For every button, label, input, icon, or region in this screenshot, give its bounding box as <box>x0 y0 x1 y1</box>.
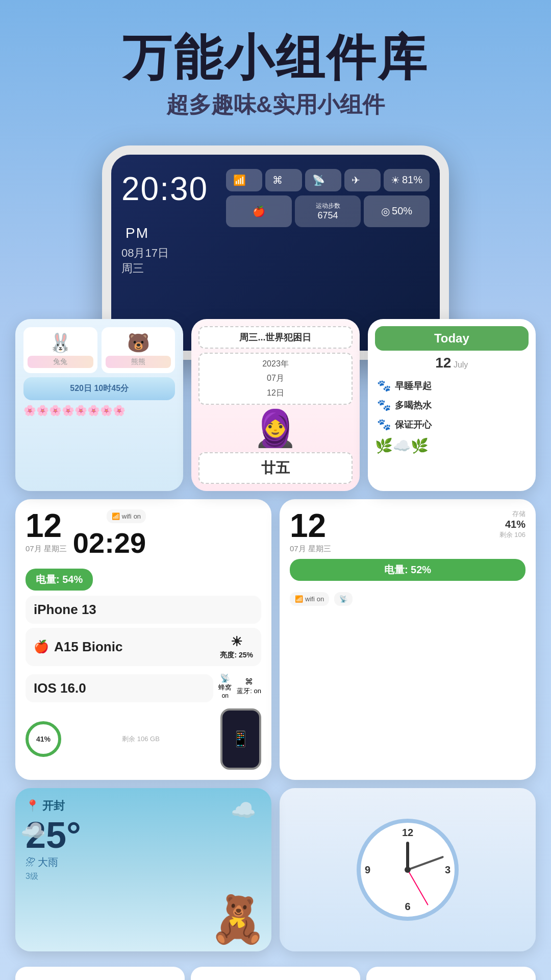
clock-num-6: 6 <box>405 901 410 913</box>
airdrop-control[interactable]: 📡 <box>305 169 341 191</box>
lunar-date: 廿五 <box>198 452 352 484</box>
phone-time: 20:30 PM <box>121 170 226 246</box>
animal-card-1: 🐰 兔兔 <box>23 327 97 373</box>
device-name-row: iPhone 13 <box>26 596 261 624</box>
sys-date-num: 12 <box>26 509 67 542</box>
second-hand <box>407 869 429 905</box>
animal-1-emoji: 🐰 <box>28 332 93 354</box>
right-date-num: 12 <box>290 509 331 542</box>
airplane-control[interactable]: ✈ <box>344 169 381 191</box>
phone-day: 周三 <box>121 261 226 276</box>
clock-num-3: 3 <box>445 864 450 875</box>
weather-location: 📍 开封 <box>26 798 261 814</box>
chip-row: 🍎 A15 Bionic ☀ 亮度: 25% <box>26 628 261 666</box>
weather-wind: 3级 <box>26 871 261 882</box>
wifi-badge: 📶 wifi on <box>107 509 146 523</box>
storage-remain: 剩余 106 GB <box>122 734 160 744</box>
date-section: 12 07月 星期三 <box>26 509 67 554</box>
task-1: 🐾 早睡早起 <box>375 376 529 396</box>
task-2-icon: 🐾 <box>377 399 391 412</box>
weather-desc: ⛈ 大雨 <box>26 855 261 869</box>
cloud-deco-2: ☁️ <box>20 819 46 843</box>
wifi-icon: 📶 <box>112 512 120 520</box>
storage-row: 41% 剩余 106 GB 📱 <box>26 708 261 770</box>
cloud-deco-1: ☁️ <box>231 798 256 822</box>
countdown-area: 520日 10时45分 <box>23 377 175 400</box>
widget-today: Today 12 July 🐾 早睡早起 🐾 多喝热水 🐾 保证开心 🌿☁️🌿 <box>368 319 536 491</box>
anime-girl-illustration: 🧕 <box>198 409 352 448</box>
right-date-sub: 07月 星期三 <box>290 544 331 554</box>
right-cellular-badge: 📡 <box>334 592 353 606</box>
right-date-section: 12 07月 星期三 <box>290 509 331 554</box>
flowers-decoration: 🌸🌸🌸🌸🌸🌸🌸🌸 <box>23 404 175 416</box>
clock-num-12: 12 <box>402 827 413 839</box>
ios-cellular-row: IOS 16.0 📡 蜂窝 on ⌘ 蓝牙: on <box>26 670 261 702</box>
widget-weather: 📍 开封 25° ⛈ 大雨 3级 ☁️ ☁️ 🧸 <box>15 788 271 951</box>
task-2: 🐾 多喝热水 <box>375 396 529 415</box>
phone-widget-icon: 📱 <box>220 708 261 770</box>
wifi-widget: 📶 <box>191 967 360 980</box>
animal-card-2: 🐻 熊熊 <box>102 327 176 373</box>
brightness-control[interactable]: ☀ 81% <box>384 169 430 191</box>
device-name: iPhone 13 <box>34 602 96 618</box>
bluetooth-control[interactable]: ⌘ <box>265 169 302 191</box>
widget-clock: 12 3 6 9 <box>280 788 536 951</box>
apple-music-control[interactable]: 🍎 <box>226 195 292 227</box>
task-1-icon: 🐾 <box>377 379 391 393</box>
brightness-section: ☀ 亮度: 25% <box>220 634 253 660</box>
today-date: 12 July <box>375 355 529 371</box>
clock-center-dot <box>405 867 411 873</box>
widget-sysinfo-right: 12 07月 星期三 存储 41% 剩余 106 电量: 52% 📶 wifi … <box>280 499 536 780</box>
task-3: 🐾 保证开心 <box>375 415 529 434</box>
volume-control[interactable]: ◎ 50% <box>364 195 430 227</box>
cellular-icon: 📡 <box>220 673 230 683</box>
today-header: Today <box>375 326 529 351</box>
sysinfo-top-row: 12 07月 星期三 📶 wifi on 02:29 <box>26 509 261 564</box>
main-title: 万能小组件库 <box>20 31 531 85</box>
phone-date: 08月17日 <box>121 246 226 261</box>
chip-label: A15 Bionic <box>54 639 122 655</box>
bluetooth-widget: ⌘ <box>15 967 185 980</box>
location-pin-icon: 📍 <box>26 799 39 813</box>
weather-cloud-icon: ⛈ <box>26 856 36 868</box>
apple-logo-icon: 🍎 <box>34 640 49 654</box>
widget-anime: 周三...世界犯困日 2023年 07月 12日 🧕 廿五 <box>191 319 359 491</box>
clock-num-9: 9 <box>365 864 370 875</box>
widgets-row-2: 12 07月 星期三 📶 wifi on 02:29 电量: 54% iPhon… <box>0 491 551 788</box>
hour-hand <box>406 842 409 870</box>
widgets-row-3: 📍 开封 25° ⛈ 大雨 3级 ☁️ ☁️ 🧸 12 3 6 9 <box>0 788 551 967</box>
sub-title: 超多趣味&实用小组件 <box>20 90 531 120</box>
animal-2-label: 熊熊 <box>106 356 171 368</box>
cellular-section: 📡 蜂窝 on <box>218 673 232 699</box>
big-time: 02:29 <box>73 526 146 559</box>
storage-circle: 41% <box>26 721 61 757</box>
wifi-control[interactable]: 📶 <box>226 169 262 191</box>
bottom-icons-row: ⌘ 📶 2.0 <box>0 967 551 980</box>
clouds-decoration: 🌿☁️🌿 <box>375 437 529 454</box>
right-wifi-row: 📶 wifi on 📡 <box>290 592 525 606</box>
steps-control: 运动步数 6754 <box>295 195 361 227</box>
right-wifi-badge: 📶 wifi on <box>290 592 329 606</box>
app-header: 万能小组件库 超多趣味&实用小组件 <box>0 0 551 135</box>
sysinfo-right-top: 12 07月 星期三 存储 41% 剩余 106 <box>290 509 525 554</box>
wifi-time-section: 📶 wifi on 02:29 <box>73 509 146 564</box>
phone-time-display: 20:30 PM 08月17日 周三 <box>121 165 226 281</box>
weather-character-illustration: 🧸 <box>209 893 266 946</box>
animals-row: 🐰 兔兔 🐻 熊熊 <box>23 327 175 373</box>
date-block: 2023年 07月 12日 <box>198 353 352 405</box>
brightness-icon: ☀ <box>231 634 242 650</box>
right-cellular-icon: 📡 <box>339 595 347 603</box>
widgets-row-1: 🐰 兔兔 🐻 熊熊 520日 10时45分 🌸🌸🌸🌸🌸🌸🌸🌸 周三...世界犯困… <box>0 319 551 491</box>
analog-clock: 12 3 6 9 <box>357 819 459 921</box>
sys-date-sub: 07月 星期三 <box>26 544 67 554</box>
right-battery-badge: 电量: 52% <box>290 559 525 581</box>
battery-badge: 电量: 54% <box>26 569 93 591</box>
speech-bubble: 周三...世界犯困日 <box>198 326 352 349</box>
weather-temp: 25° <box>26 817 261 853</box>
animal-1-label: 兔兔 <box>28 356 93 368</box>
right-wifi-icon: 📶 <box>295 595 303 603</box>
storage-info-right: 存储 41% 剩余 106 <box>499 509 525 540</box>
widget-animals: 🐰 兔兔 🐻 熊熊 520日 10时45分 🌸🌸🌸🌸🌸🌸🌸🌸 <box>15 319 183 491</box>
minute-hand <box>407 855 444 870</box>
task-3-icon: 🐾 <box>377 418 391 431</box>
